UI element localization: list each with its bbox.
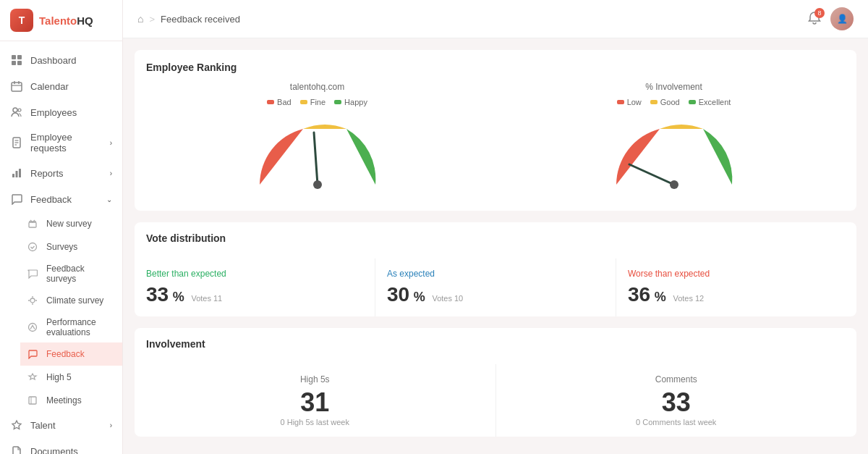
sidebar-item-feedback[interactable]: Feedback ⌄ — [0, 186, 122, 212]
sidebar-item-label: Employee requests — [30, 132, 103, 154]
sidebar-sub-high5[interactable]: High 5 — [20, 366, 122, 389]
sidebar-item-label: Feedback — [30, 194, 72, 205]
vote-pct-sym2: % — [414, 290, 425, 304]
svg-point-31 — [313, 180, 322, 189]
high5s-number: 31 — [146, 387, 484, 418]
gauge2-label: % Involvement — [645, 82, 702, 92]
high5s-sub: 0 High 5s last week — [146, 418, 484, 426]
vote-pct-row2: 30 % Votes 10 — [387, 283, 604, 306]
vote-distribution-title: Vote distribution — [146, 232, 845, 244]
card-title: Employee Ranking — [146, 62, 845, 73]
sidebar-sub-climate-survey[interactable]: Climate survey — [20, 289, 122, 312]
breadcrumb-separator: > — [149, 14, 155, 25]
legend-low: Low — [617, 98, 642, 106]
gauge2-svg — [602, 112, 746, 199]
chevron-right-icon: › — [110, 139, 112, 147]
vote-distribution-card: Vote distribution Better than expected 3… — [135, 222, 856, 316]
legend-excellent: Excellent — [689, 98, 731, 106]
involvement-cell-comments: Comments 33 0 Comments last week — [496, 364, 857, 437]
meetings-icon — [26, 394, 39, 407]
user-avatar[interactable]: 👤 — [830, 7, 854, 30]
calendar-icon — [10, 80, 23, 93]
good-label: Good — [660, 98, 680, 106]
vote-pct-worse: 36 — [628, 283, 650, 306]
bad-dot — [267, 100, 274, 104]
sidebar-sub-feedback-surveys[interactable]: Feedback surveys — [20, 258, 122, 289]
vote-pct-sym: % — [173, 290, 184, 304]
svg-rect-14 — [12, 174, 14, 177]
sidebar-item-label: Documents — [30, 446, 78, 455]
file-text-icon — [10, 136, 23, 149]
legend-bad: Bad — [267, 98, 292, 106]
sidebar-sub-label: High 5 — [46, 372, 72, 382]
vote-cell-worse: Worse than expected 36 % Votes 12 — [616, 258, 856, 316]
content-area: Employee Ranking talentohq.com Bad Fine — [123, 38, 868, 454]
svg-point-18 — [29, 243, 37, 251]
sidebar-item-calendar[interactable]: Calendar — [0, 73, 122, 99]
fine-dot — [300, 100, 307, 104]
main-content: ⌂ > Feedback received 8 👤 Employee Ranki… — [123, 0, 868, 454]
logo-icon: T — [10, 9, 33, 32]
svg-point-34 — [670, 180, 678, 189]
involvement-cell-high5: High 5s 31 0 High 5s last week — [135, 364, 496, 437]
sidebar-sub-feedback-active[interactable]: Feedback — [20, 342, 122, 366]
sidebar-item-label: Employees — [30, 107, 77, 118]
involvement-card: Involvement High 5s 31 0 High 5s last we… — [135, 328, 856, 437]
chevron-down-icon: ⌄ — [106, 196, 112, 203]
legend-fine: Fine — [300, 98, 326, 106]
svg-rect-15 — [16, 171, 18, 177]
sidebar-sub-new-survey[interactable]: New survey — [20, 212, 122, 235]
svg-rect-2 — [12, 61, 16, 65]
plus-icon — [26, 217, 39, 230]
gauge1-label: talentohq.com — [290, 82, 344, 92]
excellent-dot — [689, 100, 696, 104]
sidebar-item-talent[interactable]: Talent › — [0, 412, 122, 438]
sidebar-sub-label: Surveys — [46, 242, 77, 252]
sidebar-sub-label: Feedback — [46, 349, 85, 359]
users-icon — [10, 106, 23, 119]
legend-good: Good — [650, 98, 680, 106]
logo-text: TalentoHQ — [39, 14, 93, 27]
legend-happy: Happy — [334, 98, 367, 106]
low-label: Low — [627, 98, 642, 106]
sidebar-item-label: Talent — [30, 420, 56, 431]
sidebar-sub-performance[interactable]: Performance evaluations — [20, 312, 122, 342]
sidebar-item-dashboard[interactable]: Dashboard — [0, 47, 122, 73]
surveys-icon — [26, 240, 39, 253]
notification-bell[interactable]: 8 — [807, 11, 822, 28]
happy-dot — [334, 100, 341, 104]
sidebar-item-reports[interactable]: Reports › — [0, 160, 122, 186]
high5-icon — [26, 371, 39, 384]
sidebar-item-documents[interactable]: Documents — [0, 438, 122, 454]
fine-label: Fine — [310, 98, 326, 106]
comments-number: 33 — [508, 387, 846, 418]
svg-point-20 — [29, 324, 37, 332]
sidebar-sub-surveys[interactable]: Surveys — [20, 235, 122, 258]
sidebar-item-label: Reports — [30, 168, 64, 179]
sidebar-nav: Dashboard Calendar Employees Employee re… — [0, 41, 122, 454]
breadcrumb-label: Feedback received — [161, 14, 240, 25]
home-icon[interactable]: ⌂ — [137, 13, 143, 25]
vote-pct-row3: 36 % Votes 12 — [628, 283, 845, 306]
bar-chart-icon — [10, 167, 23, 180]
high5s-label: High 5s — [146, 374, 484, 384]
notification-count: 8 — [814, 8, 825, 18]
svg-rect-17 — [29, 222, 36, 227]
good-dot — [650, 100, 658, 104]
sidebar-sub-label: New survey — [46, 219, 92, 229]
employee-ranking-card: Employee Ranking talentohq.com Bad Fine — [135, 50, 856, 211]
gauge1-svg — [245, 112, 390, 199]
sidebar-sub-meetings[interactable]: Meetings — [20, 389, 122, 412]
svg-point-8 — [13, 108, 17, 112]
svg-rect-3 — [17, 61, 22, 65]
involvement-title: Involvement — [146, 338, 845, 350]
grid-icon — [10, 54, 23, 67]
vote-cell-better: Better than expected 33 % Votes 11 — [135, 258, 375, 316]
sidebar-item-employee-requests[interactable]: Employee requests › — [0, 125, 122, 160]
sidebar-item-employees[interactable]: Employees — [0, 99, 122, 125]
happy-label: Happy — [344, 98, 367, 106]
gauge1-legend: Bad Fine Happy — [267, 98, 367, 106]
sidebar-sub-label: Climate survey — [46, 295, 103, 306]
vote-category-worse: Worse than expected — [628, 269, 845, 279]
topbar: ⌂ > Feedback received 8 👤 — [123, 0, 868, 38]
